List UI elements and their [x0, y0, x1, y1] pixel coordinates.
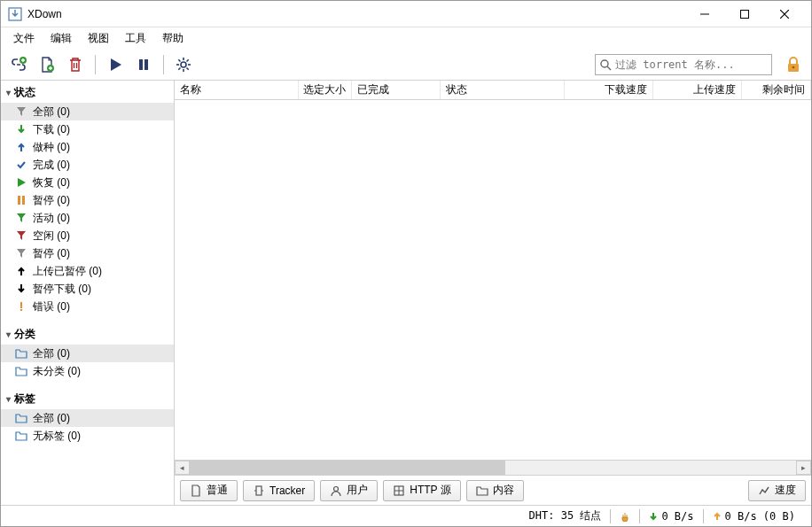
plug-icon — [620, 511, 630, 522]
sidebar-item-errored[interactable]: 错误 (0) — [1, 298, 174, 315]
search-box[interactable] — [595, 54, 772, 75]
sidebar-group-category[interactable]: ▾ 分类 — [1, 324, 174, 345]
tab-label: 内容 — [493, 483, 514, 498]
search-icon — [599, 58, 612, 71]
close-button[interactable] — [764, 1, 804, 27]
sidebar-item-all[interactable]: 全部 (0) — [1, 103, 174, 120]
sidebar-item-label: 无标签 (0) — [33, 429, 81, 444]
tab-label: 速度 — [775, 483, 796, 498]
status-firewall[interactable] — [611, 511, 639, 522]
column-name[interactable]: 名称 — [175, 81, 299, 99]
scroll-right-arrow[interactable]: ▸ — [796, 461, 811, 475]
svg-rect-22 — [18, 196, 20, 205]
sidebar-item-label: 活动 (0) — [33, 211, 70, 226]
sidebar-item-active[interactable]: 活动 (0) — [1, 209, 174, 227]
menu-tools[interactable]: 工具 — [118, 29, 153, 48]
sidebar-group-tag[interactable]: ▾ 标签 — [1, 389, 174, 409]
maximize-button[interactable] — [724, 1, 764, 27]
svg-line-19 — [607, 66, 611, 70]
start-button[interactable] — [103, 52, 128, 77]
scroll-left-arrow[interactable]: ◂ — [175, 461, 190, 475]
menu-edit[interactable]: 编辑 — [43, 29, 79, 48]
window-title: XDown — [27, 8, 62, 20]
sidebar-item-stalled[interactable]: 暂停 (0) — [1, 244, 174, 262]
group-label: 状态 — [14, 85, 35, 100]
tab-user[interactable]: 用户 — [320, 480, 378, 501]
tab-label: 普通 — [207, 483, 228, 498]
sidebar-group-status[interactable]: ▾ 状态 — [1, 82, 174, 103]
status-dht[interactable]: DHT: 35 结点 — [520, 508, 611, 523]
svg-rect-26 — [256, 486, 262, 495]
sidebar-item-label: 全部 (0) — [33, 411, 70, 426]
search-input[interactable] — [615, 58, 768, 71]
lock-button[interactable] — [781, 52, 806, 77]
tab-general[interactable]: 普通 — [180, 480, 238, 501]
sidebar-item-resumed[interactable]: 恢复 (0) — [1, 174, 174, 191]
status-download-speed[interactable]: 0 B/s — [640, 510, 702, 523]
horizontal-scrollbar[interactable]: ◂ ▸ — [175, 460, 811, 475]
delete-button[interactable] — [63, 52, 88, 77]
error-icon — [15, 300, 27, 313]
upload-icon — [15, 141, 27, 153]
up-arrow-icon — [15, 265, 27, 277]
settings-button[interactable] — [171, 52, 196, 77]
add-link-button[interactable] — [6, 52, 31, 77]
download-speed-value: 0 B/s — [661, 510, 693, 523]
sidebar-item-label: 未分类 (0) — [33, 364, 81, 379]
sidebar-item-stalled-downloading[interactable]: 暂停下载 (0) — [1, 280, 174, 298]
tab-speed[interactable]: 速度 — [748, 480, 806, 501]
sidebar-item-category-uncategorized[interactable]: 未分类 (0) — [1, 362, 174, 380]
scroll-track[interactable] — [190, 461, 796, 475]
chevron-down-icon: ▾ — [6, 394, 11, 404]
chevron-down-icon: ▾ — [6, 88, 11, 97]
add-torrent-button[interactable] — [35, 52, 59, 77]
check-icon — [15, 159, 27, 171]
sidebar-item-label: 全部 (0) — [33, 346, 70, 361]
tab-tracker[interactable]: Tracker — [243, 480, 315, 501]
column-done[interactable]: 已完成 — [352, 81, 441, 99]
sidebar-item-inactive[interactable]: 空闲 (0) — [1, 227, 174, 244]
play-icon — [15, 176, 27, 189]
sidebar-item-tag-all[interactable]: 全部 (0) — [1, 409, 174, 427]
upload-icon — [713, 512, 722, 521]
column-down-speed[interactable]: 下载速度 — [565, 81, 653, 99]
tab-label: HTTP 源 — [410, 483, 450, 498]
table-body[interactable] — [175, 100, 811, 460]
minimize-button[interactable] — [684, 1, 724, 27]
sidebar-item-downloading[interactable]: 下载 (0) — [1, 120, 174, 138]
sidebar: ▾ 状态 全部 (0) 下载 (0) 做种 (0) 完成 (0) 恢复 (0) … — [1, 81, 175, 505]
pause-button[interactable] — [131, 52, 156, 77]
svg-rect-8 — [144, 59, 148, 70]
status-upload-speed[interactable]: 0 B/s (0 B) — [704, 510, 804, 523]
sidebar-item-label: 空闲 (0) — [33, 229, 70, 244]
detail-tabs: 普通 Tracker 用户 HTTP 源 内容 速度 — [175, 475, 811, 505]
download-icon — [15, 123, 27, 136]
column-status[interactable]: 状态 — [441, 81, 565, 99]
svg-line-16 — [178, 67, 180, 69]
column-up-speed[interactable]: 上传速度 — [653, 81, 742, 99]
svg-rect-7 — [139, 59, 143, 70]
sidebar-item-seeding[interactable]: 做种 (0) — [1, 138, 174, 156]
scroll-thumb[interactable] — [190, 461, 505, 475]
column-size[interactable]: 选定大小 — [299, 81, 352, 99]
column-eta[interactable]: 剩余时间 — [742, 81, 811, 99]
tab-label: 用户 — [347, 483, 368, 498]
main-area: ▾ 状态 全部 (0) 下载 (0) 做种 (0) 完成 (0) 恢复 (0) … — [1, 81, 811, 505]
table-header: 名称 选定大小 已完成 状态 下载速度 上传速度 剩余时间 — [175, 81, 811, 100]
menu-file[interactable]: 文件 — [6, 29, 42, 48]
sidebar-item-stalled-uploading[interactable]: 上传已暂停 (0) — [1, 262, 174, 280]
filter-icon — [15, 105, 27, 118]
tracker-icon — [253, 484, 265, 497]
sidebar-item-category-all[interactable]: 全部 (0) — [1, 345, 174, 362]
statusbar: DHT: 35 结点 0 B/s 0 B/s (0 B) — [1, 505, 811, 526]
sidebar-item-tag-untagged[interactable]: 无标签 (0) — [1, 427, 174, 445]
menu-help[interactable]: 帮助 — [155, 29, 191, 48]
filter-icon — [15, 247, 27, 260]
sidebar-item-paused[interactable]: 暂停 (0) — [1, 191, 174, 209]
menu-view[interactable]: 视图 — [81, 29, 116, 48]
tab-http[interactable]: HTTP 源 — [383, 480, 460, 501]
tab-content[interactable]: 内容 — [466, 480, 524, 501]
app-icon — [8, 7, 22, 21]
tab-label: Tracker — [269, 484, 305, 497]
sidebar-item-completed[interactable]: 完成 (0) — [1, 156, 174, 174]
